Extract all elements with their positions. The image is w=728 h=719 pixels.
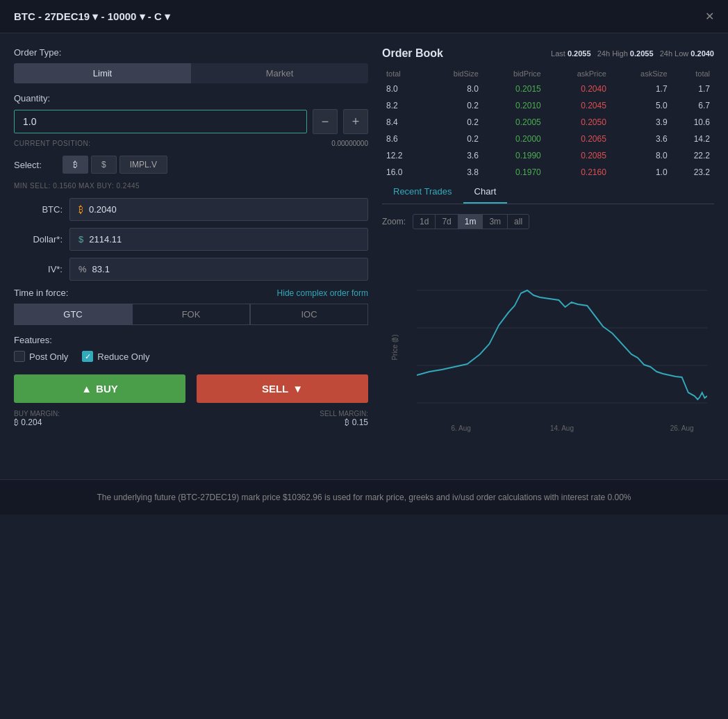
tif-tab-group: GTC FOK IOC: [14, 304, 368, 325]
cell-bid-size: 3.8: [424, 164, 482, 181]
zoom-label: Zoom:: [382, 217, 406, 226]
cell-bid-size: 0.2: [424, 97, 482, 114]
tif-ioc[interactable]: IOC: [250, 304, 368, 325]
col-total2: total: [672, 67, 714, 81]
right-panel: Order Book Last 0.2055 24h High 0.2055 2…: [382, 47, 714, 458]
24h-low-value: 0.2040: [690, 49, 714, 58]
btc-price-input[interactable]: ₿ 0.2040: [69, 198, 368, 221]
buy-margin-label: BUY MARGIN:: [14, 410, 60, 418]
tif-gtc[interactable]: GTC: [14, 304, 132, 325]
btc-price-value: 0.2040: [89, 204, 117, 215]
tab-market[interactable]: Market: [191, 63, 368, 83]
cell-bid-price: 0.1970: [483, 164, 545, 181]
quantity-increment[interactable]: +: [343, 109, 368, 134]
dollar-price-value: 2114.11: [89, 234, 122, 245]
features-label: Features:: [14, 335, 368, 345]
footer-note: The underlying future (BTC-27DEC19) mark…: [0, 479, 728, 515]
btc-icon: ₿: [78, 204, 83, 215]
current-position-row: CURRENT POSITION: 0.00000000: [14, 140, 368, 147]
quantity-decrement[interactable]: −: [313, 109, 338, 134]
cell-bid-price: 0.2000: [483, 131, 545, 147]
post-only-label: Post Only: [29, 352, 68, 362]
cell-ask-size: 1.7: [611, 81, 672, 97]
cell-bid-price: 0.2005: [483, 114, 545, 131]
post-only-checkbox[interactable]: [14, 351, 25, 362]
sell-arrow-icon: ▼: [292, 383, 303, 395]
action-buttons: ▲ BUY SELL ▼: [14, 374, 368, 403]
tab-recent-trades[interactable]: Recent Trades: [382, 181, 463, 204]
cell-bid-price: 0.1990: [483, 147, 545, 164]
zoom-all[interactable]: all: [508, 215, 529, 229]
cell-ask-price: 0.2085: [545, 147, 611, 164]
min-max-row: MIN SELL: 0.1560 MAX BUY: 0.2445: [14, 182, 368, 190]
chart-svg: 0.15 0.2 0.25 0.3 6. Aug 14. Aug 26. Aug: [417, 243, 707, 438]
cell-bid-size: 3.6: [424, 147, 482, 164]
zoom-1m[interactable]: 1m: [458, 215, 483, 229]
cell-total2: 1.7: [672, 81, 714, 97]
feature-reduce-only[interactable]: ✓ Reduce Only: [82, 351, 149, 362]
buy-margin: BUY MARGIN: ₿ 0.204: [14, 410, 60, 427]
cell-bid-size: 0.2: [424, 114, 482, 131]
hide-complex-form-link[interactable]: Hide complex order form: [277, 288, 368, 298]
svg-text:26. Aug: 26. Aug: [670, 424, 694, 433]
select-btc[interactable]: ₿: [63, 156, 88, 174]
quantity-input[interactable]: [14, 110, 307, 133]
cell-ask-price: 0.2040: [545, 81, 611, 97]
main-content: Order Type: Limit Market Quantity: − + C…: [0, 33, 728, 472]
cell-bid-size: 0.2: [424, 131, 482, 147]
cell-bid-price: 0.2010: [483, 97, 545, 114]
cell-total2: 14.2: [672, 131, 714, 147]
table-row: 16.0 3.8 0.1970 0.2160 1.0 23.2: [382, 164, 714, 181]
24h-high-value: 0.2055: [630, 49, 654, 58]
cell-ask-size: 3.6: [611, 131, 672, 147]
order-type-tabs: Limit Market: [14, 63, 368, 83]
footer-text: The underlying future (BTC-27DEC19) mark…: [97, 493, 631, 502]
close-button[interactable]: ✕: [705, 10, 714, 23]
dollar-price-input[interactable]: $ 2114.11: [69, 228, 368, 251]
zoom-1d[interactable]: 1d: [413, 215, 436, 229]
title-bar: BTC - 27DEC19 ▾ - 10000 ▾ - C ▾ ✕: [0, 0, 728, 33]
last-label: Last: [551, 49, 565, 58]
sell-margin-value: ₿ 0.15: [320, 418, 368, 427]
sell-label: SELL: [262, 383, 288, 395]
price-row-btc: BTC: ₿ 0.2040: [14, 198, 368, 221]
select-dollar[interactable]: $: [91, 156, 117, 174]
buy-button[interactable]: ▲ BUY: [14, 374, 185, 403]
iv-price-input[interactable]: % 83.1: [69, 258, 368, 281]
svg-text:14. Aug: 14. Aug: [550, 424, 574, 433]
select-label: Select:: [14, 160, 56, 170]
cell-total2: 23.2: [672, 164, 714, 181]
sell-button[interactable]: SELL ▼: [197, 374, 368, 403]
margin-row: BUY MARGIN: ₿ 0.204 SELL MARGIN: ₿ 0.15: [14, 410, 368, 427]
order-type-label: Order Type:: [14, 47, 368, 58]
price-row-iv: IV*: % 83.1: [14, 258, 368, 281]
cell-bid-size: 8.0: [424, 81, 482, 97]
quantity-row: − +: [14, 109, 368, 134]
zoom-buttons: 1d 7d 1m 3m all: [413, 214, 529, 229]
cell-total2: 10.6: [672, 114, 714, 131]
chart-controls: Zoom: 1d 7d 1m 3m all: [382, 214, 714, 229]
iv-label: IV*:: [14, 264, 63, 274]
zoom-3m[interactable]: 3m: [483, 215, 508, 229]
col-total1: total: [382, 67, 424, 81]
svg-text:6. Aug: 6. Aug: [451, 424, 470, 433]
table-row: 8.4 0.2 0.2005 0.2050 3.9 10.6: [382, 114, 714, 131]
tif-fok[interactable]: FOK: [132, 304, 250, 325]
reduce-only-checkbox[interactable]: ✓: [82, 351, 93, 362]
cell-bid-price: 0.2015: [483, 81, 545, 97]
table-row: 12.2 3.6 0.1990 0.2085 8.0 22.2: [382, 147, 714, 164]
buy-label: BUY: [96, 383, 118, 395]
tif-section: Time in force: Hide complex order form G…: [14, 288, 368, 325]
order-book-table: total bidSize bidPrice askPrice askSize …: [382, 67, 714, 181]
zoom-7d[interactable]: 7d: [436, 215, 458, 229]
feature-post-only[interactable]: Post Only: [14, 351, 68, 362]
chart-area: Price (₿) 0.15 0.2 0.25 0.3 6. Aug 14. A…: [382, 236, 714, 458]
select-implv[interactable]: IMPL.V: [119, 156, 167, 174]
tab-chart[interactable]: Chart: [463, 181, 508, 204]
reduce-only-label: Reduce Only: [97, 352, 149, 362]
cell-ask-price: 0.2160: [545, 164, 611, 181]
ob-stats: Last 0.2055 24h High 0.2055 24h Low 0.20…: [551, 49, 714, 58]
cell-ask-size: 1.0: [611, 164, 672, 181]
tab-limit[interactable]: Limit: [14, 63, 191, 83]
select-btn-group: ₿ $ IMPL.V: [63, 156, 167, 174]
